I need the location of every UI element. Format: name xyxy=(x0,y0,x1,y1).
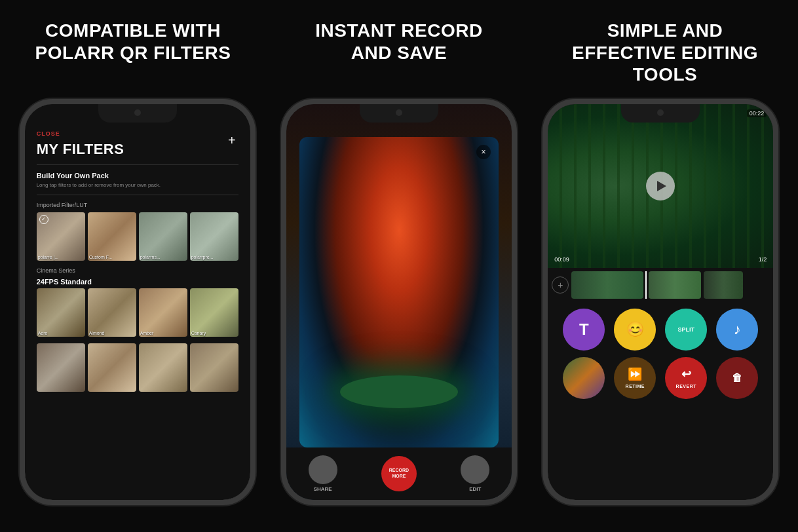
phone-1: CLOSE + MY FILTERS Build Your Own Pack L… xyxy=(20,99,256,505)
close-button[interactable]: CLOSE xyxy=(37,130,238,137)
video-clip-count: 1/2 xyxy=(759,256,767,263)
cinema-thumb-1[interactable]: Aero xyxy=(37,288,85,337)
cinema-label-3: Amber xyxy=(140,331,154,335)
phone-2: × SHARE RECORDMORE EDIT xyxy=(281,99,517,505)
add-filter-button[interactable]: + xyxy=(228,133,236,148)
photo-card: × xyxy=(299,137,499,447)
close-x-button[interactable]: × xyxy=(476,145,491,159)
photo-background xyxy=(299,137,499,447)
record-circle: RECORDMORE xyxy=(381,456,417,491)
timeline-needle xyxy=(645,271,647,299)
cinema-filter-grid: Aero Almond Amber Canary xyxy=(37,288,238,337)
edit-button[interactable]: EDIT xyxy=(461,455,489,492)
bottom-thumb-1[interactable] xyxy=(37,343,85,392)
record-more-button[interactable]: RECORDMORE xyxy=(381,456,417,491)
bottom-thumb-3[interactable] xyxy=(139,343,187,392)
video-duration: 00:22 xyxy=(747,109,767,117)
imported-filter-label: Imported Filter/LUT xyxy=(37,202,238,208)
phone-3-notch xyxy=(621,104,700,123)
share-label: SHARE xyxy=(314,486,332,492)
tools-row-2: ⏩ RETIME ↩ REVERT 🗑 xyxy=(548,354,773,404)
split-tool-button[interactable]: SPLIT xyxy=(665,309,707,351)
photo-tool-button[interactable] xyxy=(563,357,605,399)
delete-tool-button[interactable]: 🗑 xyxy=(716,357,758,399)
timeline-clip-2[interactable] xyxy=(649,271,701,299)
share-circle xyxy=(309,455,337,484)
phone-3: 00:22 00:09 1/2 + T xyxy=(542,99,778,505)
cinema-thumb-3[interactable]: Amber xyxy=(139,288,187,337)
bottom-thumb-2[interactable] xyxy=(88,343,136,392)
header-col-3: SIMPLE ANDEFFECTIVE EDITINGTOOLS xyxy=(532,20,798,86)
bottom-controls: SHARE RECORDMORE EDIT xyxy=(286,447,512,500)
bottom-filter-grid xyxy=(37,343,238,392)
build-pack-sub: Long tap filters to add or remove from y… xyxy=(37,182,238,188)
header-title-1: COMPATIBLE WITHPOLARR QR FILTERS xyxy=(35,20,231,64)
revert-tool-button[interactable]: ↩ REVERT xyxy=(665,357,707,399)
filters-title: MY FILTERS xyxy=(37,141,238,158)
cinema-label-4: Canary xyxy=(191,331,206,335)
filter-thumb-4[interactable]: polarrpre... xyxy=(190,212,238,261)
cinema-thumb-2[interactable]: Almond xyxy=(88,288,136,337)
timeline-section: + xyxy=(548,268,773,302)
play-button[interactable] xyxy=(646,172,675,200)
header-col-2: INSTANT RECORDAND SAVE xyxy=(266,20,532,86)
divider-1 xyxy=(37,164,238,165)
cinema-series-label: Cinema Series xyxy=(37,267,238,274)
edit-circle xyxy=(461,455,489,484)
share-button[interactable]: SHARE xyxy=(309,455,337,492)
video-preview: 00:22 00:09 1/2 xyxy=(548,104,773,268)
phones-section: CLOSE + MY FILTERS Build Your Own Pack L… xyxy=(0,99,798,532)
build-pack-title: Build Your Own Pack xyxy=(37,172,238,180)
filter-thumb-2[interactable]: Custom F... xyxy=(88,212,136,261)
phone-3-screen: 00:22 00:09 1/2 + T xyxy=(548,104,773,500)
text-tool-button[interactable]: T xyxy=(563,309,605,351)
play-triangle-icon xyxy=(657,181,666,191)
phone-1-notch xyxy=(98,104,177,123)
phone-3-frame: 00:22 00:09 1/2 + T xyxy=(542,99,778,505)
imported-filter-grid: polarre |... Custom F... polarrns... pol… xyxy=(37,212,238,261)
video-elapsed: 00:09 xyxy=(554,256,569,263)
revert-label: REVERT xyxy=(676,384,696,389)
bottom-thumb-4[interactable] xyxy=(190,343,238,392)
filter-label-3: polarrns... xyxy=(140,255,161,259)
timeline-clip-1[interactable] xyxy=(571,271,643,299)
fps-label: 24FPS Standard xyxy=(37,278,238,286)
phone-2-frame: × SHARE RECORDMORE EDIT xyxy=(281,99,517,505)
filter-label-1: polarre |... xyxy=(38,255,58,259)
header-col-1: COMPATIBLE WITHPOLARR QR FILTERS xyxy=(0,20,266,86)
cinema-label-2: Almond xyxy=(89,331,105,335)
filter-thumb-1[interactable]: polarre |... xyxy=(37,212,85,261)
phone-1-screen: CLOSE + MY FILTERS Build Your Own Pack L… xyxy=(25,104,250,500)
header-title-2: INSTANT RECORDAND SAVE xyxy=(315,20,482,64)
filter-check-1 xyxy=(39,215,48,224)
phone-2-screen: × SHARE RECORDMORE EDIT xyxy=(286,104,512,500)
phone-2-notch xyxy=(360,104,438,123)
divider-2 xyxy=(37,195,238,195)
edit-label: EDIT xyxy=(469,486,481,492)
split-label: SPLIT xyxy=(678,326,695,333)
retime-label: RETIME xyxy=(626,384,645,389)
phone-1-frame: CLOSE + MY FILTERS Build Your Own Pack L… xyxy=(20,99,256,505)
add-clip-button[interactable]: + xyxy=(552,276,569,294)
filter-thumb-3[interactable]: polarrns... xyxy=(139,212,187,261)
filter-label-2: Custom F... xyxy=(89,255,112,259)
header-section: COMPATIBLE WITHPOLARR QR FILTERS INSTANT… xyxy=(0,0,798,99)
filter-label-4: polarrpre... xyxy=(191,255,214,259)
cinema-label-1: Aero xyxy=(38,331,48,335)
header-title-3: SIMPLE ANDEFFECTIVE EDITINGTOOLS xyxy=(572,20,758,86)
music-tool-button[interactable]: ♪ xyxy=(716,309,758,351)
emoji-tool-button[interactable]: 😊 xyxy=(614,309,656,351)
cinema-thumb-4[interactable]: Canary xyxy=(190,288,238,337)
tools-row-1: T 😊 SPLIT ♪ xyxy=(548,302,773,354)
timeline-clip-3[interactable] xyxy=(704,271,743,299)
retime-tool-button[interactable]: ⏩ RETIME xyxy=(614,357,656,399)
